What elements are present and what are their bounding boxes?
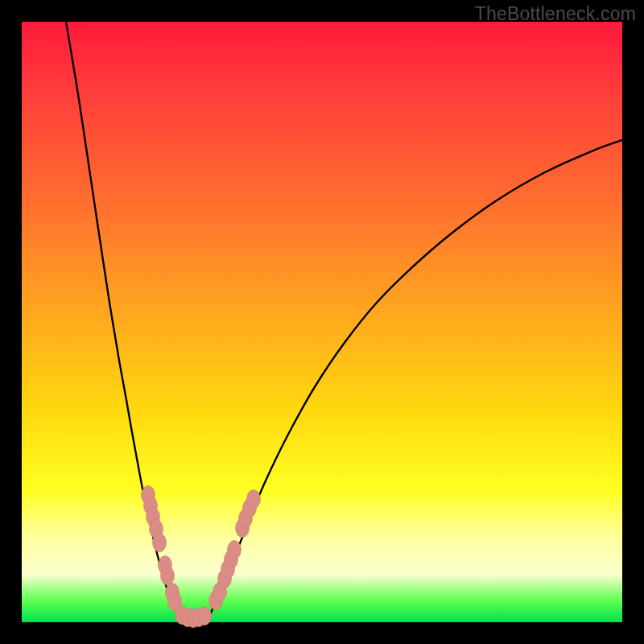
data-marker [153,534,167,552]
curve-right-branch [210,140,622,614]
watermark-text: TheBottleneck.com [475,3,636,25]
data-marker [228,541,242,559]
data-marker [198,607,212,625]
chart-frame: TheBottleneck.com [0,0,644,644]
curve-layer [22,22,622,622]
data-markers [142,486,261,628]
plot-area [22,22,622,622]
data-marker [161,567,175,585]
data-marker [247,490,261,509]
